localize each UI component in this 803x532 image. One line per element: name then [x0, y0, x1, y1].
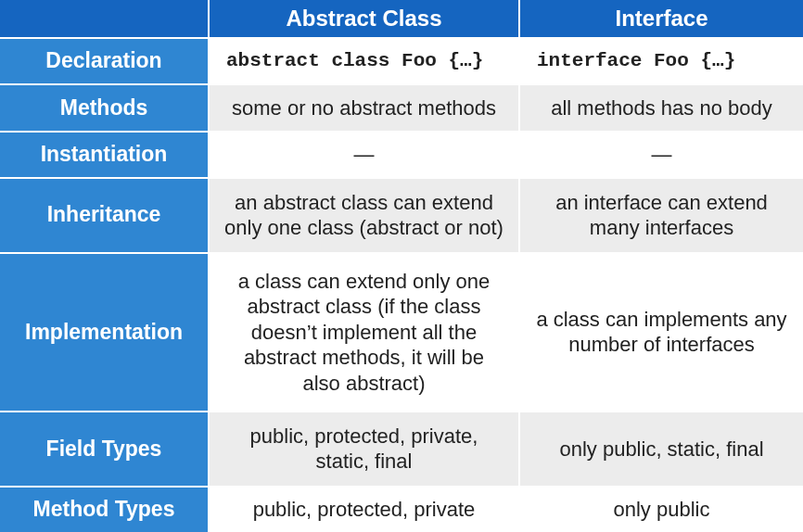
row-method-types: Method Types public, protected, private …: [0, 487, 803, 532]
col-header-interface: Interface: [519, 0, 803, 38]
cell-methods-interface: all methods has no body: [519, 84, 803, 131]
comparison-table: Abstract Class Interface Declaration abs…: [0, 0, 803, 532]
cell-implementation-interface: a class can implements any number of int…: [519, 253, 803, 412]
row-header-field-types: Field Types: [0, 412, 209, 487]
cell-inheritance-interface: an interface can extend many interfaces: [519, 178, 803, 253]
cell-declaration-interface: interface Foo {…}: [519, 38, 803, 84]
cell-implementation-abstract: a class can extend only one abstract cla…: [209, 253, 519, 412]
table-header-row: Abstract Class Interface: [0, 0, 803, 38]
row-instantiation: Instantiation — —: [0, 132, 803, 178]
row-header-implementation: Implementation: [0, 253, 209, 412]
row-methods: Methods some or no abstract methods all …: [0, 84, 803, 131]
cell-declaration-abstract: abstract class Foo {…}: [209, 38, 519, 84]
cell-method-types-abstract: public, protected, private: [209, 487, 519, 532]
cell-inheritance-abstract: an abstract class can extend only one cl…: [209, 178, 519, 253]
cell-methods-abstract: some or no abstract methods: [209, 84, 519, 131]
header-corner: [0, 0, 209, 38]
cell-method-types-interface: only public: [519, 487, 803, 532]
row-declaration: Declaration abstract class Foo {…} inter…: [0, 38, 803, 84]
cell-instantiation-interface: —: [519, 132, 803, 178]
row-header-method-types: Method Types: [0, 487, 209, 532]
row-implementation: Implementation a class can extend only o…: [0, 253, 803, 412]
row-field-types: Field Types public, protected, private, …: [0, 412, 803, 487]
row-header-methods: Methods: [0, 84, 209, 131]
col-header-abstract-class: Abstract Class: [209, 0, 519, 38]
row-inheritance: Inheritance an abstract class can extend…: [0, 178, 803, 253]
cell-field-types-interface: only public, static, final: [519, 412, 803, 487]
cell-field-types-abstract: public, protected, private, static, fina…: [209, 412, 519, 487]
row-header-inheritance: Inheritance: [0, 178, 209, 253]
row-header-instantiation: Instantiation: [0, 132, 209, 178]
cell-instantiation-abstract: —: [209, 132, 519, 178]
row-header-declaration: Declaration: [0, 38, 209, 84]
